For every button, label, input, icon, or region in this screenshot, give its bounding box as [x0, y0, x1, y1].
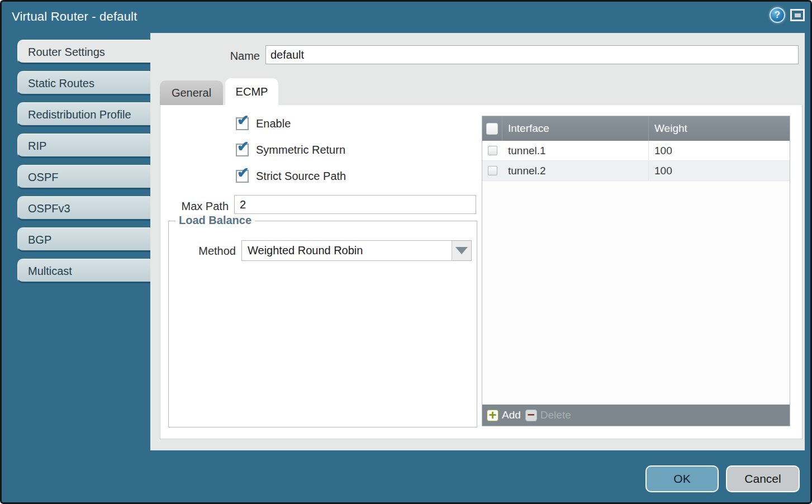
table-row[interactable]: tunnel.1 100 — [482, 141, 790, 161]
cell-weight: 100 — [648, 161, 790, 180]
load-balance-legend: Load Balance — [175, 214, 255, 227]
sidebar-item-multicast[interactable]: Multicast — [17, 259, 150, 283]
interface-table: Interface Weight tunnel.1 100 tunnel.2 1… — [482, 116, 790, 426]
delete-button[interactable]: − Delete — [525, 409, 571, 421]
strict-source-path-checkbox[interactable]: ✔ — [236, 170, 249, 183]
method-dropdown[interactable]: Weighted Round Robin — [241, 240, 472, 261]
symmetric-return-row: ✔ Symmetric Return — [236, 144, 345, 156]
add-button-label: Add — [502, 409, 521, 421]
symmetric-return-checkbox[interactable]: ✔ — [236, 144, 249, 156]
check-icon: ✔ — [237, 139, 249, 154]
sidebar-item-static-routes[interactable]: Static Routes — [17, 71, 150, 96]
plus-icon: + — [487, 410, 498, 421]
sidebar-item-ospfv3[interactable]: OSPFv3 — [17, 196, 150, 221]
dropdown-arrow-button[interactable] — [452, 241, 471, 260]
cell-interface: tunnel.2 — [502, 165, 648, 177]
enable-checkbox[interactable]: ✔ — [236, 117, 249, 130]
tab-ecmp[interactable]: ECMP — [225, 78, 278, 105]
method-selected-value: Weighted Round Robin — [242, 241, 452, 260]
tab-general[interactable]: General — [160, 80, 223, 105]
table-header: Interface Weight — [482, 116, 790, 141]
minus-icon: − — [525, 410, 537, 421]
row-checkbox[interactable] — [488, 166, 497, 175]
name-input[interactable] — [265, 45, 799, 64]
restore-window-icon-inner — [795, 13, 801, 17]
symmetric-return-label: Symmetric Return — [256, 144, 345, 156]
table-empty-area — [482, 181, 790, 405]
strict-source-path-row: ✔ Strict Source Path — [236, 170, 346, 183]
name-label: Name — [217, 50, 260, 63]
row-checkbox[interactable] — [488, 146, 497, 155]
ecmp-tab-panel: ✔ Enable ✔ Symmetric Return ✔ Strict Sou… — [160, 105, 802, 439]
dialog-title: Virtual Router - default — [12, 2, 137, 32]
cell-weight: 100 — [648, 141, 790, 160]
sidebar-item-bgp[interactable]: BGP — [17, 227, 150, 252]
chevron-down-icon — [455, 247, 468, 254]
add-button[interactable]: + Add — [487, 409, 521, 421]
max-path-label: Max Path — [166, 200, 229, 213]
cell-interface: tunnel.1 — [502, 145, 648, 157]
method-label: Method — [180, 245, 236, 258]
check-icon: ✔ — [237, 165, 249, 180]
cancel-button[interactable]: Cancel — [726, 465, 800, 492]
sidebar-item-redistribution-profile[interactable]: Redistribution Profile — [17, 102, 150, 127]
content-panel: Name General ECMP ✔ Enable ✔ Symmetric R… — [150, 33, 805, 450]
column-header-interface[interactable]: Interface — [502, 122, 648, 135]
enable-row: ✔ Enable — [236, 117, 291, 130]
sidebar: Router Settings Static Routes Redistribu… — [17, 40, 150, 290]
help-icon[interactable]: ? — [770, 7, 785, 23]
dialog-titlebar: Virtual Router - default ? — [2, 2, 810, 33]
sidebar-item-rip[interactable]: RIP — [17, 134, 150, 158]
select-all-checkbox[interactable] — [486, 123, 498, 135]
load-balance-group: Load Balance Method Weighted Round Robin — [168, 221, 477, 427]
restore-window-icon[interactable] — [790, 9, 805, 21]
sidebar-item-ospf[interactable]: OSPF — [17, 165, 150, 189]
ok-button[interactable]: OK — [645, 465, 719, 492]
virtual-router-dialog: Virtual Router - default ? Router Settin… — [0, 0, 812, 504]
max-path-input[interactable] — [234, 195, 476, 214]
strict-source-path-label: Strict Source Path — [256, 170, 346, 183]
delete-button-label: Delete — [540, 409, 571, 421]
enable-label: Enable — [256, 117, 291, 130]
column-header-weight[interactable]: Weight — [648, 116, 790, 141]
table-footer: + Add − Delete — [482, 405, 790, 426]
table-row[interactable]: tunnel.2 100 — [482, 161, 790, 181]
check-icon: ✔ — [237, 113, 249, 127]
sidebar-item-router-settings[interactable]: Router Settings — [17, 40, 150, 64]
